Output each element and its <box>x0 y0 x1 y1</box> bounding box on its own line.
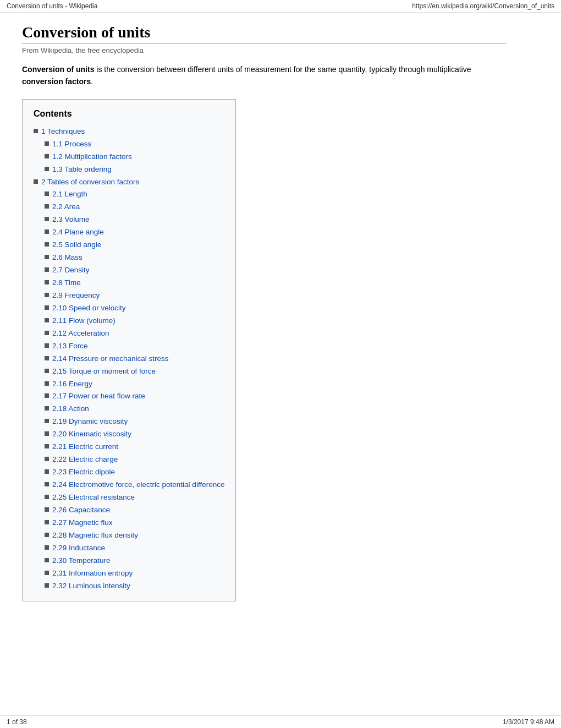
intro-bold-start: Conversion of units <box>22 65 94 74</box>
toc-item[interactable]: 1.1 Process <box>45 138 224 151</box>
toc-item[interactable]: 2.13 Force <box>45 340 224 353</box>
toc-bullet-icon <box>45 167 49 171</box>
toc-link[interactable]: 2.23 Electric dipole <box>52 466 115 479</box>
page-title: Conversion of units <box>22 24 506 44</box>
toc-item[interactable]: 1.3 Table ordering <box>45 163 224 176</box>
toc-item[interactable]: 2.22 Electric charge <box>45 453 224 466</box>
toc-link[interactable]: 2.22 Electric charge <box>52 453 118 466</box>
browser-bar: Conversion of units - Wikipedia https://… <box>0 0 561 13</box>
toc-link[interactable]: 1 Techniques <box>41 125 85 138</box>
toc-bullet-icon <box>45 393 49 398</box>
toc-bullet-icon <box>45 191 49 196</box>
toc-link[interactable]: 2.8 Time <box>52 277 81 289</box>
toc-bullet-icon <box>45 217 49 221</box>
toc-bullet-icon <box>45 369 49 373</box>
toc-link[interactable]: 2.21 Electric current <box>52 441 118 453</box>
browser-title: Conversion of units - Wikipedia <box>7 2 97 10</box>
toc-item[interactable]: 2.31 Information entropy <box>45 567 224 580</box>
toc-item[interactable]: 2.2 Area <box>45 201 224 214</box>
toc-link[interactable]: 2.5 Solid angle <box>52 239 101 251</box>
toc-link[interactable]: 2.6 Mass <box>52 251 82 264</box>
toc-bullet-icon <box>45 331 49 335</box>
toc-bullet-icon <box>45 533 49 537</box>
toc-link[interactable]: 2.9 Frequency <box>52 289 100 302</box>
toc-bullet-icon <box>45 495 49 499</box>
toc-link[interactable]: 2.20 Kinematic viscosity <box>52 428 131 441</box>
toc-item[interactable]: 2.9 Frequency <box>45 289 224 302</box>
toc-bullet-icon <box>45 343 49 348</box>
toc-item[interactable]: 2.12 Acceleration <box>45 327 224 340</box>
toc-link[interactable]: 2.7 Density <box>52 264 90 277</box>
toc-item[interactable]: 2.25 Electrical resistance <box>45 491 224 504</box>
toc-item[interactable]: 2.24 Electromotive force, electric poten… <box>45 479 224 491</box>
toc-bullet-icon <box>45 558 49 562</box>
toc-link[interactable]: 2.12 Acceleration <box>52 327 109 340</box>
toc-link[interactable]: 2 Tables of conversion factors <box>41 176 139 189</box>
toc-item[interactable]: 1 Techniques <box>34 125 224 138</box>
toc-item[interactable]: 2.18 Action <box>45 403 224 415</box>
toc-link[interactable]: 2.26 Capacitance <box>52 504 110 517</box>
toc-bullet-icon <box>45 229 49 234</box>
toc-link[interactable]: 2.19 Dynamic viscosity <box>52 415 128 428</box>
toc-item[interactable]: 2.16 Energy <box>45 378 224 391</box>
toc-link[interactable]: 2.18 Action <box>52 403 89 415</box>
toc-item[interactable]: 2.5 Solid angle <box>45 239 224 251</box>
toc-link[interactable]: 2.13 Force <box>52 340 88 353</box>
toc-bullet-icon <box>45 482 49 486</box>
toc-item[interactable]: 2.28 Magnetic flux density <box>45 529 224 542</box>
toc-item[interactable]: 2.27 Magnetic flux <box>45 517 224 529</box>
toc-item[interactable]: 2.29 Inductance <box>45 542 224 555</box>
toc-link[interactable]: 2.25 Electrical resistance <box>52 491 135 504</box>
toc-link[interactable]: 2.24 Electromotive force, electric poten… <box>52 479 224 491</box>
toc-bullet-icon <box>45 381 49 386</box>
toc-bullet-icon <box>45 318 49 322</box>
toc-link[interactable]: 2.14 Pressure or mechanical stress <box>52 353 169 365</box>
toc-bullet-icon <box>45 242 49 247</box>
toc-item[interactable]: 2.10 Speed or velocity <box>45 302 224 315</box>
toc-item[interactable]: 2.11 Flow (volume) <box>45 315 224 327</box>
toc-item[interactable]: 2.32 Luminous intensity <box>45 580 224 593</box>
toc-link[interactable]: 2.15 Torque or moment of force <box>52 365 156 378</box>
toc-item[interactable]: 2.26 Capacitance <box>45 504 224 517</box>
intro-paragraph: Conversion of units is the conversion be… <box>22 63 506 88</box>
page-subtitle: From Wikipedia, the free encyclopedia <box>22 46 506 54</box>
toc-item[interactable]: 2 Tables of conversion factors <box>34 176 224 189</box>
toc-item[interactable]: 2.15 Torque or moment of force <box>45 365 224 378</box>
toc-item[interactable]: 2.1 Length <box>45 188 224 201</box>
toc-item[interactable]: 2.3 Volume <box>45 214 224 226</box>
toc-link[interactable]: 2.31 Information entropy <box>52 567 133 580</box>
toc-bullet-icon <box>45 444 49 448</box>
toc-item[interactable]: 2.21 Electric current <box>45 441 224 453</box>
toc-item[interactable]: 2.6 Mass <box>45 251 224 264</box>
toc-link[interactable]: 2.28 Magnetic flux density <box>52 529 138 542</box>
toc-item[interactable]: 2.20 Kinematic viscosity <box>45 428 224 441</box>
toc-link[interactable]: 2.10 Speed or velocity <box>52 302 126 315</box>
toc-link[interactable]: 1.1 Process <box>52 138 91 151</box>
toc-item[interactable]: 2.4 Plane angle <box>45 226 224 239</box>
toc-link[interactable]: 2.1 Length <box>52 188 87 201</box>
toc-link[interactable]: 2.29 Inductance <box>52 542 105 555</box>
toc-bullet-icon <box>45 507 49 512</box>
toc-item[interactable]: 2.30 Temperature <box>45 555 224 567</box>
toc-bullet-icon <box>45 204 49 209</box>
toc-link[interactable]: 2.4 Plane angle <box>52 226 104 239</box>
toc-link[interactable]: 2.27 Magnetic flux <box>52 517 113 529</box>
toc-link[interactable]: 1.2 Multiplication factors <box>52 151 132 163</box>
toc-item[interactable]: 2.14 Pressure or mechanical stress <box>45 353 224 365</box>
toc-link[interactable]: 2.3 Volume <box>52 214 90 226</box>
toc-link[interactable]: 2.32 Luminous intensity <box>52 580 130 593</box>
toc-link[interactable]: 2.17 Power or heat flow rate <box>52 390 145 403</box>
toc-item[interactable]: 2.7 Density <box>45 264 224 277</box>
toc-link[interactable]: 1.3 Table ordering <box>52 163 112 176</box>
toc-item[interactable]: 2.19 Dynamic viscosity <box>45 415 224 428</box>
toc-link[interactable]: 2.16 Energy <box>52 378 92 391</box>
toc-item[interactable]: 1.2 Multiplication factors <box>45 151 224 163</box>
toc-title: Contents <box>34 108 224 119</box>
toc-item[interactable]: 2.23 Electric dipole <box>45 466 224 479</box>
toc-bullet-icon <box>34 129 38 133</box>
toc-item[interactable]: 2.8 Time <box>45 277 224 289</box>
toc-link[interactable]: 2.30 Temperature <box>52 555 111 567</box>
toc-link[interactable]: 2.11 Flow (volume) <box>52 315 116 327</box>
toc-link[interactable]: 2.2 Area <box>52 201 80 214</box>
toc-item[interactable]: 2.17 Power or heat flow rate <box>45 390 224 403</box>
